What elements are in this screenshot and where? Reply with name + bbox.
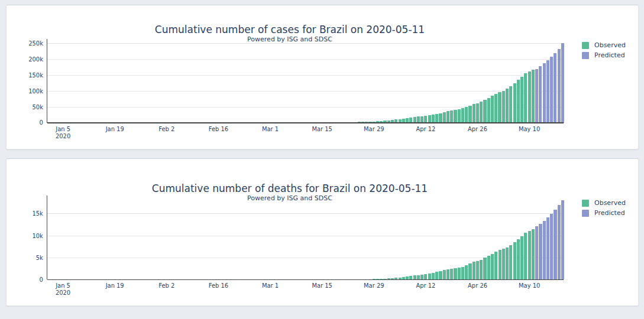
bar-observed[interactable] [461, 267, 464, 280]
bar-observed[interactable] [513, 242, 516, 279]
bar-observed[interactable] [420, 275, 423, 279]
bar-observed[interactable] [394, 119, 397, 123]
bar-predicted[interactable] [550, 57, 553, 123]
bar-observed[interactable] [483, 100, 486, 123]
bar-observed[interactable] [502, 91, 505, 123]
bar-predicted[interactable] [543, 221, 546, 280]
bar-observed[interactable] [406, 276, 409, 279]
bar-observed[interactable] [465, 107, 468, 123]
bar-predicted[interactable] [546, 217, 549, 279]
bar-observed[interactable] [458, 109, 461, 123]
bar-observed[interactable] [450, 269, 453, 279]
bar-observed[interactable] [465, 265, 468, 280]
bar-observed[interactable] [417, 116, 420, 123]
bar-observed[interactable] [454, 268, 457, 279]
bar-observed[interactable] [473, 104, 475, 123]
bar-observed[interactable] [424, 274, 427, 279]
bar-observed[interactable] [443, 112, 446, 123]
bar-observed[interactable] [450, 110, 453, 123]
legend-item-observed[interactable]: Observed [582, 40, 638, 50]
legend-item-predicted[interactable]: Predicted [582, 208, 638, 218]
bar-predicted[interactable] [539, 224, 542, 279]
y-tick-label: 150k [28, 72, 43, 79]
bar-observed[interactable] [532, 70, 535, 123]
x-tick-label: Mar 15 [312, 126, 332, 132]
bar-observed[interactable] [413, 275, 416, 279]
bar-observed[interactable] [473, 262, 475, 279]
bar-observed[interactable] [494, 94, 497, 123]
bar-predicted[interactable] [558, 205, 561, 280]
deaths-plot-area[interactable]: 05k10k15kJan 52020Jan 19Feb 2Feb 16Mar 1… [7, 159, 638, 305]
bar-observed[interactable] [409, 276, 412, 279]
bar-observed[interactable] [520, 236, 523, 280]
bar-observed[interactable] [480, 102, 483, 123]
bar-predicted[interactable] [561, 200, 564, 280]
bar-observed[interactable] [468, 263, 471, 279]
bar-observed[interactable] [391, 120, 394, 123]
y-tick-label: 5k [36, 255, 43, 261]
bar-observed[interactable] [476, 261, 479, 279]
bar-observed[interactable] [417, 275, 420, 280]
bar-observed[interactable] [532, 229, 535, 280]
bar-predicted[interactable] [554, 210, 556, 279]
bar-observed[interactable] [428, 115, 431, 123]
bar-observed[interactable] [524, 73, 527, 123]
bar-predicted[interactable] [535, 226, 538, 279]
bar-observed[interactable] [432, 115, 435, 123]
bar-predicted[interactable] [539, 66, 542, 123]
bar-observed[interactable] [520, 77, 523, 123]
bar-observed[interactable] [528, 71, 531, 123]
bar-observed[interactable] [491, 254, 494, 280]
bar-observed[interactable] [524, 233, 527, 279]
bar-observed[interactable] [487, 256, 490, 280]
bar-observed[interactable] [435, 114, 438, 123]
bar-observed[interactable] [468, 106, 471, 122]
bar-observed[interactable] [461, 108, 464, 123]
bar-observed[interactable] [424, 116, 427, 123]
bar-observed[interactable] [402, 119, 405, 123]
bar-observed[interactable] [432, 273, 435, 279]
bar-observed[interactable] [458, 268, 461, 279]
bar-observed[interactable] [528, 231, 531, 280]
bar-predicted[interactable] [543, 63, 546, 123]
bar-observed[interactable] [435, 272, 438, 279]
bar-predicted[interactable] [550, 214, 553, 279]
bar-observed[interactable] [509, 245, 512, 280]
bar-observed[interactable] [491, 96, 494, 123]
bar-observed[interactable] [446, 269, 449, 279]
bar-observed[interactable] [513, 83, 516, 123]
bar-predicted[interactable] [546, 60, 549, 123]
bar-predicted[interactable] [561, 43, 564, 122]
cases-plot-area[interactable]: 050k100k150k200k250kJan 52020Jan 19Feb 2… [7, 5, 638, 149]
bar-observed[interactable] [454, 110, 457, 123]
bar-observed[interactable] [517, 80, 520, 122]
bar-observed[interactable] [409, 118, 412, 123]
bar-observed[interactable] [483, 258, 486, 280]
bar-observed[interactable] [428, 274, 431, 279]
bar-observed[interactable] [476, 103, 479, 123]
bar-predicted[interactable] [535, 69, 538, 123]
bar-observed[interactable] [413, 117, 416, 123]
bar-observed[interactable] [509, 86, 512, 122]
bar-predicted[interactable] [558, 49, 561, 123]
bar-predicted[interactable] [554, 53, 556, 123]
bar-observed[interactable] [399, 119, 402, 123]
bar-observed[interactable] [506, 89, 509, 123]
bar-observed[interactable] [439, 271, 442, 279]
bar-observed[interactable] [406, 118, 409, 123]
bar-observed[interactable] [480, 260, 483, 280]
bar-observed[interactable] [506, 248, 509, 279]
bar-observed[interactable] [499, 250, 501, 279]
bar-observed[interactable] [487, 98, 490, 123]
bar-observed[interactable] [443, 270, 446, 279]
legend-item-predicted[interactable]: Predicted [582, 50, 638, 60]
bar-observed[interactable] [439, 113, 442, 123]
bar-observed[interactable] [517, 239, 520, 279]
bar-observed[interactable] [494, 252, 497, 279]
bar-observed[interactable] [498, 92, 501, 123]
bar-observed[interactable] [387, 121, 390, 123]
bar-observed[interactable] [502, 249, 505, 279]
legend-item-observed[interactable]: Observed [582, 198, 638, 208]
bar-observed[interactable] [420, 116, 423, 123]
bar-observed[interactable] [446, 111, 449, 123]
